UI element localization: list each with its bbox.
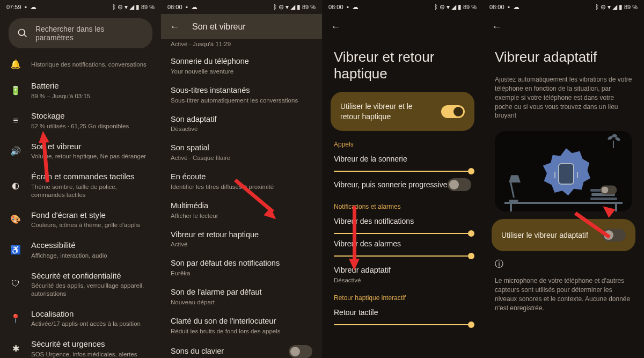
settings-item-display[interactable]: ◐Écran et commandes tactilesThème sombre… [0,166,161,204]
wifi-icon: ▾ [286,3,289,11]
item-sub: Réduit les bruits de fond lors des appel… [171,327,312,335]
settings-item-notifications[interactable]: 🔔Historique des notifications, conversat… [0,53,161,75]
adaptive-vibration-item[interactable]: Vibreur adaptatif Désactivé [322,259,483,287]
adaptive-toggle-card[interactable]: Utiliser le vibreur adaptatif [492,219,635,251]
item-title: Son et vibreur [31,141,151,152]
item-sub: Eurêka [171,269,312,277]
item-title: Vibreur et retour haptique [171,230,312,240]
settings-item-storage[interactable]: ≡Stockage52 % utilisés · 61,25 Go dispon… [0,105,161,135]
item-switch[interactable] [289,345,312,358]
settings-item-emergency[interactable]: ✱Sécurité et urgencesSOS Urgence, infos … [0,333,161,358]
section-calls: Appels [322,133,483,151]
wifi-icon: ▾ [125,3,128,11]
notifications-icon: 🔔 [10,58,21,70]
adaptive-toggle-label: Utiliser le vibreur adaptatif [501,230,595,240]
item-sub: Volume, retour haptique, Ne pas déranger [31,152,151,160]
sound-settings-item-2[interactable]: Son adaptatifDésactivé [171,109,312,138]
cloud-icon: ☁ [513,3,519,11]
item-title: Sous-titres instantanés [171,85,312,96]
battery-pct: 89 % [463,4,477,10]
page-header: ← Son et vibreur [161,14,322,39]
item-sub: Afficher le lecteur [171,212,312,220]
settings-item-security[interactable]: 🛡Sécurité et confidentialitéSécurité des… [0,265,161,303]
battery-pct: 89 % [141,4,155,10]
item-sub: Activée/17 applis ont accès à la positio… [31,320,151,328]
item-sub: Your nouvelle aventure [171,68,312,76]
settings-item-wallpaper[interactable]: 🎨Fond d'écran et styleCouleurs, icônes à… [0,204,161,235]
status-time: 08:00 [328,4,343,10]
settings-item-location[interactable]: 📍LocalisationActivée/17 applis ont accès… [0,303,161,333]
info-row: ⓘ [483,253,644,274]
back-arrow-icon[interactable]: ← [170,20,180,33]
battery-icon: ▮ [458,3,462,11]
battery-icon: ▮ [297,3,301,11]
sound-icon: 🔊 [10,145,21,157]
page-header: ← [322,14,483,39]
security-icon: 🛡 [10,278,21,290]
sound-settings-item-3[interactable]: Son spatialActivé · Casque filaire [171,138,312,167]
signal-icon: ◢ [129,3,134,11]
bt-icon: ᛒ [273,3,277,11]
battery-pct: 89 % [624,4,638,10]
sound-settings-item-4[interactable]: En écouteIdentifier les titres diffusés … [171,167,312,196]
sound-settings-item-7[interactable]: Son par défaut des notificationsEurêka [171,253,312,282]
notif-dot-icon: ▪ [347,3,349,11]
bt-icon: ᛒ [595,3,599,11]
illustration-switch-icon [601,186,617,195]
settings-item-battery[interactable]: 🔋Batterie89 % – Jusqu'à 03:15 [0,75,161,105]
item-title: Son adaptatif [171,114,312,125]
item-title: Son spatial [171,143,312,153]
ring-progressive-switch[interactable] [448,178,471,191]
settings-item-accessibility[interactable]: ♿AccessibilitéAffichage, interaction, au… [0,235,161,265]
item-title: Localisation [31,309,151,319]
slider-touch-feedback[interactable]: Retour tactile [322,305,483,327]
status-time: 08:00 [489,4,504,10]
item-sub: Affichage, interaction, audio [31,252,151,260]
master-toggle-label: Utiliser le vibreur et le retour haptiqu… [340,101,434,121]
item-sub: Activé [171,240,312,249]
dnd-icon: ⊖ [440,3,445,11]
sound-settings-item-9[interactable]: Clarté du son de l'interlocuteurRéduit l… [171,311,312,340]
slider-touch-label: Retour tactile [334,308,471,317]
sound-settings-item-10[interactable]: Sons du clavier [171,340,312,358]
item-sub: Nouveau départ [171,298,312,306]
item-title: En écoute [171,172,312,182]
settings-item-sound[interactable]: 🔊Son et vibreurVolume, retour haptique, … [0,136,161,166]
item-title: Écran et commandes tactiles [31,171,151,182]
master-toggle-switch[interactable] [441,105,465,118]
section-interactive-haptic: Retour haptique interactif [322,287,483,305]
item-sub: Sous-titrer automatiquement les conversa… [171,97,312,105]
back-arrow-icon[interactable]: ← [331,20,341,33]
sound-settings-item-0[interactable]: Sonnerie du téléphoneYour nouvelle avent… [171,52,312,81]
status-bar: 08:00 ▪ ☁ ᛒ ⊖ ▾ ◢ ▮ 89 % [322,0,483,14]
battery-pct: 89 % [302,4,316,10]
info-icon: ⓘ [495,259,503,270]
ring-progressive-toggle[interactable]: Vibreur, puis sonnerie progressive [322,174,483,195]
slider-alarm-vibration[interactable]: Vibreur des alarmes [322,236,483,259]
item-title: Son de l'alarme par défaut [171,287,312,297]
search-placeholder: Rechercher dans les paramètres [35,25,144,42]
status-bar: 07:59 ▪ ☁ ᛒ ⊖ ▾ ◢ ▮ 89 % [0,0,161,14]
page-header-title: Son et vibreur [192,22,246,32]
slider-notif-vibration[interactable]: Vibreur des notifications [322,214,483,236]
dnd-icon: ⊖ [601,3,606,11]
page-description: Ajustez automatiquement les vibrations d… [483,73,644,126]
item-title: Clarté du son de l'interlocuteur [171,316,312,326]
item-sub: 52 % utilisés · 61,25 Go disponibles [31,122,151,130]
sound-settings-item-8[interactable]: Son de l'alarme par défautNouveau départ [171,282,312,311]
sound-settings-item-1[interactable]: Sous-titres instantanésSous-titrer autom… [171,81,312,109]
back-arrow-icon[interactable]: ← [492,20,502,33]
sound-settings-item-5[interactable]: MultimédiaAfficher le lecteur [171,196,312,225]
item-title: Sonnerie du téléphone [171,56,312,67]
status-time: 08:00 [167,4,182,10]
master-vibration-toggle-card[interactable]: Utiliser le vibreur et le retour haptiqu… [331,92,474,130]
item-sub: Couleurs, icônes à thème, grille d'appli… [31,221,151,229]
settings-search[interactable]: Rechercher dans les paramètres [9,18,152,48]
sound-settings-item-6[interactable]: Vibreur et retour haptiqueActivé [171,225,312,254]
item-title: Multimédia [171,201,312,211]
battery-icon: ▮ [619,3,623,11]
notif-dot-icon: ▪ [186,3,188,11]
sound-settings-list: Sonnerie du téléphoneYour nouvelle avent… [171,52,312,358]
adaptive-toggle-switch[interactable] [602,229,626,242]
slider-ringer-vibration[interactable]: Vibreur de la sonnerie [322,151,483,174]
